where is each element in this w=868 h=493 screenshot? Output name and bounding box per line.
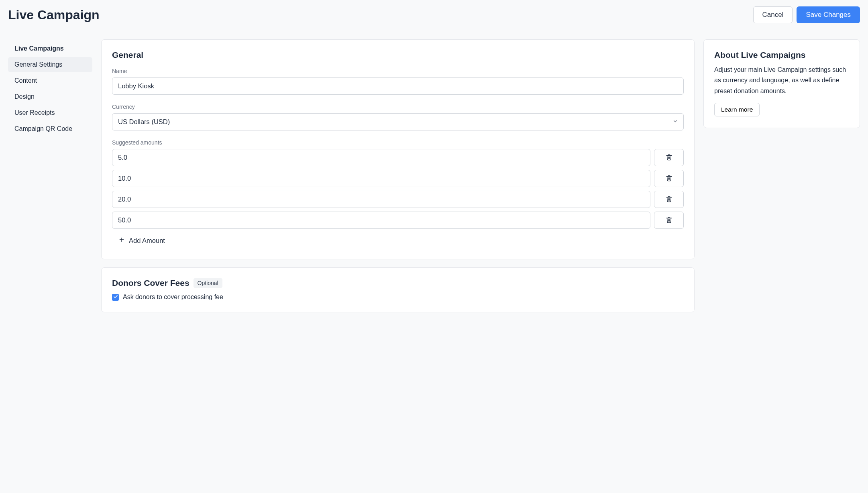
check-icon	[113, 293, 118, 301]
about-heading: About Live Campaigns	[714, 50, 849, 60]
add-amount-label: Add Amount	[129, 237, 165, 244]
delete-amount-button[interactable]	[654, 149, 684, 166]
cover-fee-checkbox[interactable]	[112, 294, 119, 301]
delete-amount-button[interactable]	[654, 170, 684, 187]
sidebar-item-campaign-qr-code[interactable]: Campaign QR Code	[8, 121, 92, 136]
sidebar-item-label: Live Campaigns	[14, 45, 64, 52]
amount-row	[112, 212, 684, 229]
trash-icon	[666, 196, 672, 204]
cover-fee-label: Ask donors to cover processing fee	[123, 293, 223, 301]
header-actions: Cancel Save Changes	[753, 6, 860, 23]
amount-input[interactable]	[112, 149, 650, 166]
learn-more-button[interactable]: Learn more	[714, 103, 760, 116]
about-body: Adjust your main Live Campaign settings …	[714, 65, 849, 96]
amount-input[interactable]	[112, 170, 650, 187]
amount-row	[112, 170, 684, 187]
plus-icon	[118, 236, 125, 244]
name-label: Name	[112, 68, 684, 74]
sidebar-item-live-campaigns: Live Campaigns	[8, 41, 92, 56]
trash-icon	[666, 216, 672, 224]
sidebar-item-label: Design	[14, 93, 35, 100]
sidebar-item-user-receipts[interactable]: User Receipts	[8, 105, 92, 120]
amount-row	[112, 149, 684, 166]
sidebar-item-content[interactable]: Content	[8, 73, 92, 88]
trash-icon	[666, 154, 672, 162]
sidebar-item-general-settings[interactable]: General Settings	[8, 57, 92, 72]
sidebar-item-design[interactable]: Design	[8, 89, 92, 104]
sidebar-nav: Live Campaigns General Settings Content …	[8, 39, 92, 137]
page-title: Live Campaign	[8, 8, 100, 22]
about-card: About Live Campaigns Adjust your main Li…	[703, 39, 860, 128]
sidebar-item-label: Campaign QR Code	[14, 125, 72, 132]
cancel-button[interactable]: Cancel	[753, 6, 793, 23]
save-changes-button[interactable]: Save Changes	[797, 6, 860, 23]
cover-fee-checkbox-row[interactable]: Ask donors to cover processing fee	[112, 293, 684, 301]
optional-badge: Optional	[194, 278, 222, 288]
delete-amount-button[interactable]	[654, 212, 684, 229]
delete-amount-button[interactable]	[654, 191, 684, 208]
donors-cover-fees-card: Donors Cover Fees Optional Ask donors to…	[101, 267, 695, 312]
page-header: Live Campaign Cancel Save Changes	[8, 6, 860, 23]
currency-label: Currency	[112, 104, 684, 110]
name-input[interactable]	[112, 77, 684, 95]
general-heading: General	[112, 50, 684, 60]
amount-input[interactable]	[112, 212, 650, 229]
amount-input[interactable]	[112, 191, 650, 208]
trash-icon	[666, 175, 672, 183]
suggested-amounts-label: Suggested amounts	[112, 139, 684, 146]
amount-row	[112, 191, 684, 208]
cover-fees-heading: Donors Cover Fees	[112, 278, 189, 288]
sidebar-item-label: General Settings	[14, 61, 62, 68]
currency-select[interactable]	[112, 113, 684, 130]
general-card: General Name Currency Suggested amo	[101, 39, 695, 259]
add-amount-button[interactable]: Add Amount	[112, 233, 171, 248]
sidebar-item-label: User Receipts	[14, 109, 55, 116]
sidebar-item-label: Content	[14, 77, 37, 84]
